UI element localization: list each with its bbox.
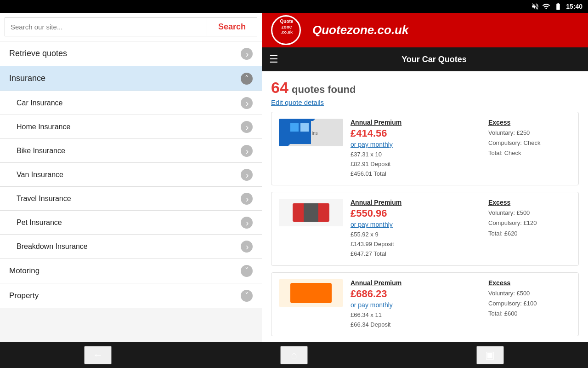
excess-details-1: Voluntary: £250 Compulsory: Check Total:… [488, 128, 571, 158]
quote-logo-2 [279, 199, 343, 226]
search-button[interactable]: Search [207, 17, 257, 36]
nav-item-pet-insurance[interactable]: Pet Insurance [0, 211, 262, 235]
nav-item-label: Property [9, 291, 39, 300]
main-area: Search Retrieve quotes Insurance Car Ins… [0, 13, 588, 342]
quote-card-3[interactable]: Annual Premium £686.23 or pay monthly £6… [271, 272, 579, 337]
total-3: Total: £600 [488, 309, 571, 319]
excess-details-3: Voluntary: £500 Compulsory: £100 Total: … [488, 288, 571, 319]
edit-quote-details-link[interactable]: Edit quote details [271, 98, 579, 106]
monthly-line-2: £82.91 Deposit [351, 160, 481, 169]
voluntary-2: Voluntary: £500 [488, 208, 571, 218]
quote-details-3: Annual Premium £686.23 or pay monthly £6… [351, 279, 481, 330]
monthly-details-1: £37.31 x 10 £82.91 Deposit £456.01 Total [351, 150, 481, 178]
quote-logo-3 [279, 279, 343, 307]
nav-item-car-insurance[interactable]: Car Insurance [0, 91, 262, 115]
chevron-up-icon [241, 73, 253, 85]
nav-list: Retrieve quotes Insurance Car Insurance … [0, 41, 262, 342]
monthly-line-2: £66.34 Deposit [351, 320, 481, 330]
pay-monthly-link-2[interactable]: or pay monthly [351, 221, 481, 228]
mute-icon [531, 2, 539, 11]
nav-item-breakdown-insurance[interactable]: Breakdown Insurance [0, 235, 262, 259]
voluntary-3: Voluntary: £500 [488, 288, 571, 299]
status-icons: 15:40 [531, 2, 582, 11]
nav-item-home-insurance[interactable]: Home Insurance [0, 115, 262, 139]
page-title: Your Car Quotes [288, 55, 581, 64]
right-panel: Quote zone .co.uk Quotezone.co.uk ☰ Your… [262, 13, 588, 342]
recent-apps-button[interactable]: ▣ [476, 346, 504, 364]
excess-label-1: Excess [488, 119, 571, 126]
quotes-header: 64 quotes found Edit quote details [271, 79, 579, 106]
chevron-right-icon [241, 121, 253, 133]
pay-monthly-link-3[interactable]: or pay monthly [351, 301, 481, 309]
monthly-line-3: £647.27 Total [351, 249, 481, 259]
nav-item-label: Bike Insurance [17, 147, 65, 155]
annual-premium-amount-1: £414.56 [351, 127, 481, 139]
site-logo-graphic: Quote zone .co.uk [271, 15, 308, 45]
page-nav: ☰ Your Car Quotes [262, 47, 588, 71]
search-input[interactable] [5, 17, 207, 36]
status-bar: 15:40 [0, 0, 588, 13]
compulsory-3: Compulsory: £100 [488, 299, 571, 309]
nav-item-insurance[interactable]: Insurance [0, 66, 262, 91]
annual-premium-label-1: Annual Premium [351, 119, 481, 126]
nav-item-label: Home Insurance [17, 123, 70, 131]
nav-item-bike-insurance[interactable]: Bike Insurance [0, 139, 262, 163]
pay-monthly-link-1[interactable]: or pay monthly [351, 141, 481, 148]
nav-item-label: Motoring [9, 266, 40, 276]
home-button[interactable]: ⌂ [280, 346, 308, 364]
hamburger-icon[interactable]: ☰ [269, 53, 278, 65]
bottom-nav: ← ⌂ ▣ [0, 342, 588, 368]
quotes-count: 64 quotes found [271, 79, 579, 97]
battery-icon [553, 2, 563, 11]
quote-details-2: Annual Premium £550.96 or pay monthly £5… [351, 199, 481, 259]
chevron-right-icon [241, 217, 253, 229]
nav-item-property[interactable]: Property [0, 283, 262, 308]
site-header: Quote zone .co.uk Quotezone.co.uk [262, 13, 588, 47]
logo-graphic-3 [290, 283, 332, 303]
nav-item-label: Breakdown Insurance [17, 242, 88, 251]
nav-item-van-insurance[interactable]: Van Insurance [0, 163, 262, 187]
compulsory-2: Compulsory: £120 [488, 218, 571, 228]
nav-item-label: Retrieve quotes [9, 49, 67, 58]
monthly-details-2: £55.92 x 9 £143.99 Deposit £647.27 Total [351, 230, 481, 259]
annual-premium-label-2: Annual Premium [351, 199, 481, 206]
quotes-count-number: 64 [271, 79, 288, 96]
chevron-right-icon [241, 241, 253, 253]
back-button[interactable]: ← [84, 346, 112, 364]
nav-item-travel-insurance[interactable]: Travel Insurance [0, 187, 262, 211]
compulsory-1: Compulsory: Check [488, 138, 571, 148]
quote-card-2[interactable]: Annual Premium £550.96 or pay monthly £5… [271, 192, 579, 265]
svg-rect-3 [300, 123, 309, 132]
nav-item-label: Travel Insurance [17, 195, 71, 203]
chevron-right-icon [241, 169, 253, 181]
voluntary-1: Voluntary: £250 [488, 128, 571, 138]
excess-label-2: Excess [488, 199, 571, 206]
left-panel: Search Retrieve quotes Insurance Car Ins… [0, 13, 262, 342]
chevron-right-icon [241, 97, 253, 109]
status-time: 15:40 [566, 3, 582, 10]
nav-item-label: Car Insurance [17, 99, 63, 107]
nav-item-label: Pet Insurance [17, 218, 62, 227]
chevron-right-icon [241, 193, 253, 205]
excess-details-2: Voluntary: £500 Compulsory: £120 Total: … [488, 208, 571, 238]
search-bar: Search [0, 13, 262, 41]
chevron-right-icon [241, 48, 253, 60]
svg-rect-2 [290, 123, 299, 132]
annual-premium-amount-3: £686.23 [351, 288, 481, 300]
quote-card-1[interactable]: ins Annual Premium £414.56 or pay monthl… [271, 112, 579, 185]
quote-excess-3: Excess Voluntary: £500 Compulsory: £100 … [488, 279, 571, 319]
site-logo-text: Quotezone.co.uk [312, 23, 408, 37]
nav-item-motoring[interactable]: Motoring [0, 259, 262, 283]
monthly-line-1: £55.92 x 9 [351, 230, 481, 240]
monthly-line-2: £143.99 Deposit [351, 240, 481, 249]
logo-graphic-2 [293, 203, 329, 222]
total-2: Total: £620 [488, 229, 571, 239]
excess-label-3: Excess [488, 279, 571, 287]
chevron-down-icon [241, 265, 253, 277]
chevron-down-icon [241, 290, 253, 302]
quote-logo-1: ins [279, 119, 343, 146]
logo-graphic-1: ins [288, 121, 334, 144]
nav-item-retrieve-quotes[interactable]: Retrieve quotes [0, 41, 262, 66]
quote-excess-2: Excess Voluntary: £500 Compulsory: £120 … [488, 199, 571, 238]
monthly-details-3: £66.34 x 11 £66.34 Deposit [351, 310, 481, 330]
